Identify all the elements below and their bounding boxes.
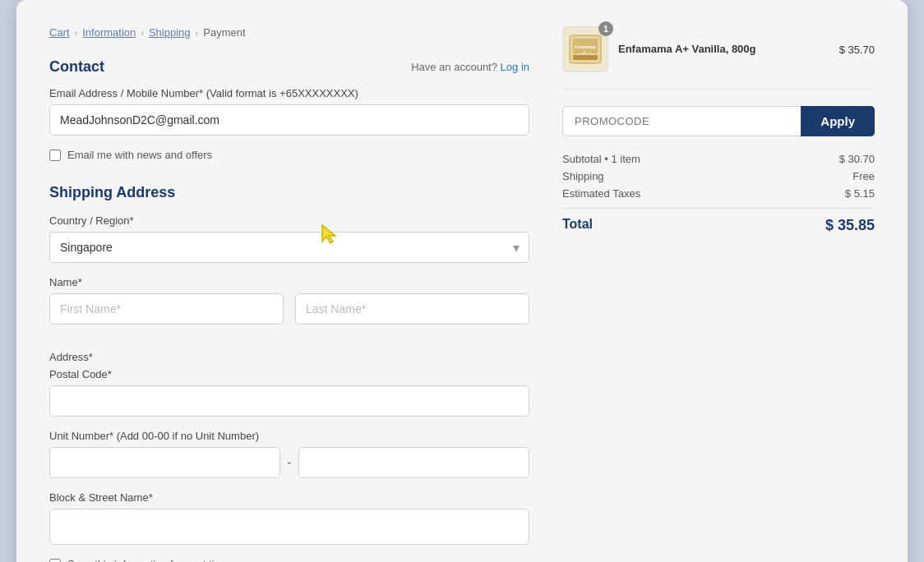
- unit-separator: -: [287, 455, 291, 470]
- block-label: Block & Street Name*: [49, 491, 529, 504]
- total-label: Total: [562, 217, 593, 234]
- contact-title: Contact: [49, 58, 104, 76]
- product-name: Enfamama A+ Vanilla, 800g: [618, 42, 829, 57]
- taxes-line: Estimated Taxes $ 5.15: [562, 187, 875, 200]
- save-info-label: Save this information for next time: [67, 558, 229, 562]
- promo-input[interactable]: [562, 106, 801, 136]
- product-image-wrapper: Enfamama A+ 1: [562, 26, 608, 72]
- unit-group: Unit Number* (Add 00-00 if no Unit Numbe…: [49, 430, 529, 478]
- svg-rect-5: [573, 55, 598, 60]
- name-group: Name*: [49, 276, 529, 338]
- svg-text:A+: A+: [583, 50, 588, 54]
- shipping-line: Shipping Free: [562, 170, 875, 182]
- breadcrumb-cart[interactable]: Cart: [49, 26, 70, 39]
- product-price: $ 35.70: [839, 44, 875, 56]
- newsletter-label: Email me with news and offers: [67, 149, 212, 161]
- left-panel: Cart › Information › Shipping › Payment …: [49, 26, 529, 562]
- country-group: Country / Region* Singapore Malaysia Aus…: [49, 214, 529, 263]
- breadcrumb-shipping[interactable]: Shipping: [149, 26, 191, 39]
- right-panel: Enfamama A+ 1 Enfamama A+ Vanilla, 800g …: [562, 26, 875, 562]
- postal-code-label: Postal Code*: [49, 368, 529, 380]
- block-group: Block & Street Name*: [49, 491, 529, 545]
- total-line: Total $ 35.85: [562, 208, 875, 234]
- country-select[interactable]: Singapore Malaysia Australia: [49, 232, 529, 263]
- unit-row: -: [49, 447, 529, 478]
- apply-button[interactable]: Apply: [801, 106, 875, 136]
- subtotal-value: $ 30.70: [839, 153, 875, 165]
- email-group: Email Address / Mobile Number* (Valid fo…: [49, 87, 529, 136]
- breadcrumb-sep1: ›: [75, 28, 78, 38]
- breadcrumb-information[interactable]: Information: [82, 26, 136, 39]
- shipping-value: Free: [852, 170, 875, 182]
- last-name-group: [295, 293, 529, 325]
- unit-input-1[interactable]: [49, 447, 280, 478]
- order-summary: Subtotal • 1 item $ 30.70 Shipping Free …: [562, 153, 875, 234]
- country-select-wrapper: Singapore Malaysia Australia ▾: [49, 232, 529, 263]
- checkout-window: Cart › Information › Shipping › Payment …: [16, 0, 908, 562]
- total-value: $ 35.85: [825, 217, 875, 234]
- product-row: Enfamama A+ 1 Enfamama A+ Vanilla, 800g …: [562, 26, 875, 90]
- breadcrumb-sep3: ›: [196, 28, 199, 38]
- block-input[interactable]: [49, 509, 529, 545]
- last-name-input[interactable]: [295, 293, 529, 325]
- country-label: Country / Region*: [49, 214, 529, 227]
- email-label: Email Address / Mobile Number* (Valid fo…: [49, 87, 529, 99]
- breadcrumb: Cart › Information › Shipping › Payment: [49, 26, 529, 39]
- svg-text:Enfamama: Enfamama: [575, 44, 596, 49]
- save-info-checkbox[interactable]: [49, 559, 61, 563]
- address-label: Address*: [49, 351, 529, 363]
- unit-input-2[interactable]: [298, 447, 529, 478]
- promo-row: Apply: [562, 106, 875, 136]
- product-info: Enfamama A+ Vanilla, 800g: [618, 42, 829, 57]
- shipping-label: Shipping: [562, 170, 604, 182]
- shipping-title: Shipping Address: [49, 184, 529, 201]
- first-name-input[interactable]: [49, 293, 284, 325]
- address-group: Address* Postal Code*: [49, 351, 529, 417]
- have-account-text: Have an account? Log in: [411, 61, 529, 73]
- newsletter-checkbox[interactable]: [49, 150, 61, 161]
- name-label: Name*: [49, 276, 529, 288]
- contact-section: Contact Have an account? Log in Email Ad…: [49, 58, 529, 161]
- newsletter-row: Email me with news and offers: [49, 149, 529, 161]
- name-row: [49, 293, 529, 338]
- breadcrumb-sep2: ›: [141, 28, 144, 38]
- taxes-value: $ 5.15: [845, 187, 875, 200]
- breadcrumb-payment: Payment: [203, 26, 245, 39]
- contact-header: Contact Have an account? Log in: [49, 58, 529, 76]
- unit-label: Unit Number* (Add 00-00 if no Unit Numbe…: [49, 430, 529, 442]
- postal-code-input[interactable]: [49, 385, 529, 417]
- save-info-row: Save this information for next time: [49, 558, 529, 562]
- subtotal-line: Subtotal • 1 item $ 30.70: [562, 153, 875, 165]
- taxes-label: Estimated Taxes: [562, 187, 640, 200]
- product-image-svg: Enfamama A+: [565, 29, 606, 70]
- login-link[interactable]: Log in: [501, 61, 529, 73]
- email-input[interactable]: [49, 104, 529, 136]
- shipping-section: Shipping Address Country / Region* Singa…: [49, 184, 529, 562]
- subtotal-label: Subtotal • 1 item: [562, 153, 640, 165]
- product-badge: 1: [598, 21, 613, 36]
- first-name-group: [49, 293, 284, 325]
